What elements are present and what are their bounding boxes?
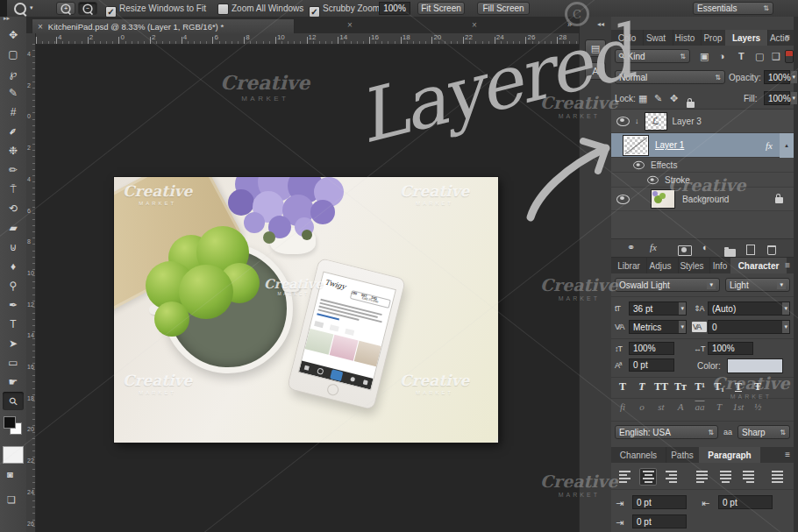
superscript-button[interactable]: T¹	[690, 380, 709, 396]
lock-position-icon[interactable]: ✥	[670, 93, 678, 104]
filter-shape-icon[interactable]: ▢	[755, 51, 764, 62]
layer-row-effects[interactable]: Effects	[611, 158, 794, 173]
fill-dropdown-icon[interactable]: ▾	[791, 92, 798, 104]
layer1-thumbnail[interactable]	[623, 136, 648, 155]
eyedropper-tool[interactable]: ✒	[3, 122, 24, 140]
resize-windows-label[interactable]: Resize Windows to Fit	[119, 4, 206, 13]
tab-overflow-icon[interactable]: »	[567, 20, 572, 29]
stroke-label[interactable]: Stroke	[665, 175, 690, 185]
tab-adjustments[interactable]: Adjus	[643, 258, 679, 273]
type-tool[interactable]: T	[3, 315, 24, 333]
dodge-tool[interactable]: ⚲	[3, 276, 24, 294]
all-caps-button[interactable]: TT	[652, 380, 671, 396]
blur-tool[interactable]: ♦	[3, 257, 24, 275]
subscript-button[interactable]: T₁	[709, 380, 729, 396]
tab-character[interactable]: Character	[730, 258, 787, 273]
filter-adjustment-icon[interactable]: ◑	[719, 51, 725, 61]
tool-preset-caret-icon[interactable]: ▾	[30, 4, 33, 11]
hand-tool[interactable]: ☛	[3, 372, 24, 391]
titling-alternates-button[interactable]: T	[709, 401, 729, 417]
layer-row-stroke[interactable]: Stroke	[611, 173, 794, 188]
zoom-tool[interactable]: ⚲	[3, 392, 24, 410]
justify-last-right-button[interactable]	[739, 468, 757, 486]
tab-paragraph[interactable]: Paragraph	[699, 447, 760, 463]
lock-transparency-icon[interactable]: ▦	[638, 93, 647, 104]
tab-actions[interactable]: Actio	[764, 30, 795, 46]
document-canvas[interactable]: Twigy 290597343 Edit Profile	[114, 177, 498, 443]
zoom-out-button[interactable]: −	[78, 2, 97, 15]
tracking-dropdown-icon[interactable]: ▾	[782, 321, 789, 333]
dock-collapse-icon[interactable]: ◂◂	[597, 20, 604, 28]
document-tab[interactable]: × KitcheniPad.psd @ 8.33% (Layer 1, RGB/…	[32, 18, 295, 34]
rectangular-marquee-tool[interactable]: ▢	[3, 45, 24, 63]
stylistic-alternates-button[interactable]: aa	[690, 401, 709, 417]
text-color-swatch[interactable]	[727, 358, 783, 373]
blend-mode-select[interactable]: Normal ⇅	[615, 70, 725, 84]
contextual-alternates-button[interactable]: o	[632, 401, 652, 417]
link-layers-icon[interactable]: ⚭	[627, 242, 635, 253]
justify-last-center-button[interactable]	[716, 468, 734, 486]
opacity-input[interactable]: 100% ▾	[764, 70, 790, 84]
align-left-button[interactable]	[616, 468, 634, 486]
baseline-shift-input[interactable]: 0 pt	[629, 358, 674, 372]
tab2-close-icon[interactable]: ×	[347, 20, 353, 30]
layer3-thumbnail[interactable]: ℒ	[645, 112, 667, 131]
paragraph-panel-menu-icon[interactable]: ≡	[785, 450, 790, 459]
layer1-name[interactable]: Layer 1	[655, 140, 684, 150]
crop-tool[interactable]: #	[3, 103, 24, 121]
character-panel-menu-icon[interactable]: ≡	[785, 260, 790, 270]
filter-image-icon[interactable]: ▣	[700, 51, 709, 62]
eraser-tool[interactable]: ▰	[3, 218, 24, 237]
background-name[interactable]: Background	[682, 195, 729, 204]
layer-row-background[interactable]: Background	[611, 188, 794, 211]
faux-italic-button[interactable]: T	[632, 380, 652, 396]
filter-toggle[interactable]	[785, 50, 794, 63]
tab-styles[interactable]: Styles	[674, 258, 710, 273]
small-caps-button[interactable]: Tᴛ	[671, 380, 690, 396]
justify-last-left-button[interactable]	[694, 468, 711, 486]
ligatures-button[interactable]: fi	[613, 401, 632, 417]
align-right-button[interactable]	[662, 468, 680, 486]
quick-mask-icon[interactable]: ◙	[7, 469, 13, 479]
zoom-percent-input[interactable]: 100%	[379, 2, 410, 15]
language-select[interactable]: English: USA ⇅	[615, 425, 718, 439]
horizontal-scale-input[interactable]: 100%	[708, 342, 753, 355]
tools-collapse-icon[interactable]: ▸▸	[4, 15, 10, 22]
vertical-scale-input[interactable]: 100%	[629, 342, 674, 355]
leading-dropdown-icon[interactable]: ▾	[782, 302, 789, 315]
visibility-eye-icon[interactable]	[647, 175, 659, 183]
zoom-all-windows-label[interactable]: Zoom All Windows	[232, 4, 303, 13]
visibility-eye-icon[interactable]	[616, 195, 630, 204]
ordinals-button[interactable]: 1st	[729, 401, 748, 417]
kerning-dropdown-icon[interactable]: ▾	[679, 321, 686, 333]
fx-collapse-icon[interactable]: ▴	[780, 133, 794, 158]
antialias-select[interactable]: Sharp ⇅	[737, 425, 790, 439]
tab-paths[interactable]: Paths	[662, 447, 703, 463]
history-brush-tool[interactable]: ⟲	[3, 199, 24, 217]
justify-all-button[interactable]	[769, 468, 787, 486]
layer-row-layer1-selected[interactable]: Layer 1 fx ▴	[611, 133, 794, 158]
move-tool[interactable]: ✥	[3, 25, 24, 44]
pen-tool[interactable]: ✒	[3, 295, 24, 314]
font-style-select[interactable]: Light ▾	[725, 278, 790, 292]
fill-screen-button[interactable]: Fill Screen	[477, 2, 530, 15]
opacity-dropdown-icon[interactable]: ▾	[791, 71, 798, 83]
new-layer-icon[interactable]	[746, 243, 755, 259]
font-family-select[interactable]: Oswald Light ▾	[615, 278, 720, 292]
visibility-eye-icon[interactable]	[633, 160, 645, 168]
layer3-name[interactable]: Layer 3	[673, 117, 702, 126]
filter-type-icon[interactable]: T	[738, 51, 745, 61]
filter-kind-select[interactable]: ⚲ Kind ⇅	[615, 49, 690, 63]
fit-screen-button[interactable]: Fit Screen	[417, 2, 465, 15]
brush-tool[interactable]: ✏	[3, 160, 24, 179]
strikethrough-button[interactable]: Ŧ	[748, 380, 767, 396]
effects-label[interactable]: Effects	[651, 160, 677, 170]
faux-bold-button[interactable]: T	[613, 380, 632, 396]
scrubby-zoom-label[interactable]: Scrubby Zoom	[323, 4, 380, 13]
filter-smart-object-icon[interactable]: ❑	[772, 51, 780, 62]
fractions-button[interactable]: ½	[748, 401, 767, 417]
indent-first-line-input[interactable]: 0 pt	[632, 514, 687, 528]
quick-selection-tool[interactable]: ✎	[3, 83, 24, 102]
lock-paint-icon[interactable]: ✎	[654, 93, 662, 104]
indent-left-input[interactable]: 0 pt	[632, 495, 687, 509]
